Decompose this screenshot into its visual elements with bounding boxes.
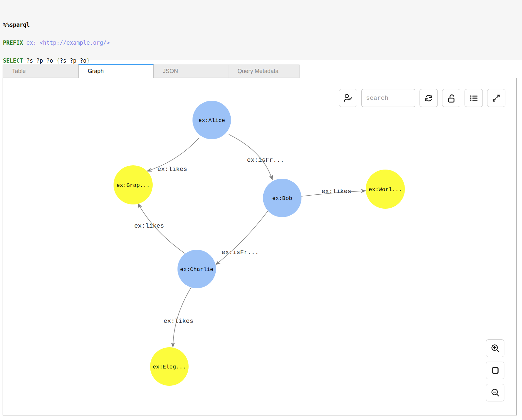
graph-edge-5 <box>173 287 191 347</box>
code-line <box>3 48 522 57</box>
fit-button[interactable] <box>486 362 504 379</box>
notebook-page: %%sparql PREFIX ex: <http://example.org/… <box>0 0 522 420</box>
code-token: ex: <http://example.org/> <box>26 39 110 46</box>
code-token: { <box>56 57 60 64</box>
code-token: SELECT <box>3 57 26 64</box>
code-token: ?s ?p ?o <box>60 57 86 64</box>
zoom-in-icon <box>490 343 500 353</box>
graph-edge-3 <box>216 211 268 265</box>
refresh-button[interactable] <box>420 89 438 107</box>
edge-label: ex:likes <box>157 166 187 173</box>
fit-icon <box>490 365 500 376</box>
unlock-icon <box>446 93 456 103</box>
graph-panel: ex:likesex:isFr...ex:likesex:isFr...ex:l… <box>3 78 517 415</box>
code-token: PREFIX <box>3 39 26 46</box>
edge-label: ex:isFr... <box>247 157 284 164</box>
edge-label: ex:likes <box>163 318 193 325</box>
edge-label: ex:isFr... <box>222 249 259 256</box>
node-label: ex:Alice <box>198 117 225 124</box>
sparql-code-cell[interactable]: %%sparql PREFIX ex: <http://example.org/… <box>0 0 522 60</box>
node-label: ex:Charlie <box>180 266 213 273</box>
zoom-out-icon <box>490 387 500 398</box>
code-line <box>3 30 522 39</box>
tab-table[interactable]: Table <box>3 65 79 78</box>
zoom-in-button[interactable] <box>486 339 504 357</box>
legend-button[interactable] <box>465 89 483 107</box>
code-line: PREFIX ex: <http://example.org/> <box>3 38 522 48</box>
tab-query-metadata[interactable]: Query Metadata <box>228 65 299 78</box>
node-label: ex:Bob <box>272 195 292 202</box>
search-input[interactable] <box>361 89 415 107</box>
zoom-controls <box>486 339 504 401</box>
refresh-icon <box>424 93 434 103</box>
code-token: } <box>86 57 90 64</box>
graph-canvas[interactable]: ex:likesex:isFr...ex:likesex:isFr...ex:l… <box>3 78 516 415</box>
tab-graph[interactable]: Graph <box>78 64 154 78</box>
graph-toolbar <box>339 89 505 107</box>
zoom-out-button[interactable] <box>486 384 504 401</box>
user-check-icon <box>343 93 353 103</box>
code-token: ?s ?p ?o <box>26 57 56 64</box>
code-token: %%sparql <box>3 22 30 28</box>
edge-label: ex:likes <box>321 188 351 195</box>
node-label: ex:Worl... <box>369 187 402 193</box>
edge-label: ex:likes <box>134 222 164 230</box>
physics-toggle-button[interactable] <box>339 89 357 107</box>
node-label: ex:Grap... <box>116 182 150 188</box>
expand-icon <box>491 93 501 103</box>
tab-json[interactable]: JSON <box>153 65 228 78</box>
list-icon <box>469 93 479 103</box>
expand-button[interactable] <box>487 89 505 107</box>
lock-button[interactable] <box>442 89 460 107</box>
result-tabs: TableGraphJSONQuery Metadata <box>3 64 299 78</box>
node-label: ex:Eleg... <box>153 364 186 370</box>
code-line: %%sparql <box>3 21 522 30</box>
